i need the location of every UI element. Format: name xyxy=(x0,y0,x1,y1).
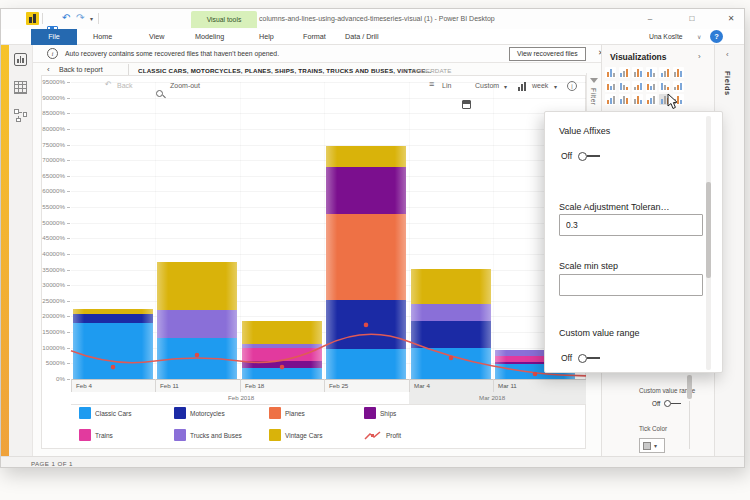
legend-label: Profit xyxy=(386,432,401,439)
legend-swatch xyxy=(174,407,186,419)
y-axis-tick-label: 60000% xyxy=(25,187,65,195)
y-axis-tick xyxy=(67,176,70,177)
y-axis-tick-label: 45000% xyxy=(25,234,65,242)
legend-label: Vintage Cars xyxy=(285,432,322,439)
y-axis-tick xyxy=(67,113,70,114)
legend-swatch xyxy=(269,429,281,441)
profit-marker[interactable] xyxy=(280,365,285,370)
y-axis-tick-label: 10000% xyxy=(25,344,65,352)
y-axis-tick xyxy=(67,160,70,161)
toggle-state-label: Off xyxy=(561,151,572,161)
y-axis-tick-label: 30000% xyxy=(25,281,65,289)
y-axis-tick-label: 5000% xyxy=(25,359,65,367)
axis-strip-border xyxy=(71,404,586,405)
y-axis-tick-label: 80000% xyxy=(25,125,65,133)
y-axis-tick-label: 15000% xyxy=(25,328,65,336)
y-axis-tick xyxy=(67,82,70,83)
status-bar: PAGE 1 OF 1 xyxy=(1,456,745,468)
legend-label: Planes xyxy=(285,410,305,417)
profit-marker[interactable] xyxy=(533,372,538,377)
y-axis-tick xyxy=(67,379,70,380)
profit-line-icon xyxy=(364,431,382,441)
y-axis-tick xyxy=(67,129,70,130)
flyout-scrollbar-thumb[interactable] xyxy=(706,182,711,278)
y-axis-tick-label: 85000% xyxy=(25,109,65,117)
profit-marker[interactable] xyxy=(195,353,200,358)
y-axis-tick-label: 70000% xyxy=(25,156,65,164)
x-axis-month-label: Feb 2018 xyxy=(228,394,288,402)
legend-swatch xyxy=(174,429,186,441)
legend-swatch xyxy=(364,407,376,419)
profit-marker[interactable] xyxy=(449,356,454,361)
page-indicator: PAGE 1 OF 1 xyxy=(31,460,73,467)
y-axis-tick xyxy=(67,254,70,255)
scale-adjustment-tolerance-label: Scale Adjustment Toleran… xyxy=(559,202,669,212)
y-axis-tick-label: 95000% xyxy=(25,78,65,86)
profit-line xyxy=(71,74,586,384)
value-affixes-toggle[interactable]: Off xyxy=(561,151,600,161)
toggle-state-label: Off xyxy=(561,353,572,363)
x-axis-month-label: Mar 2018 xyxy=(479,394,539,402)
format-options-flyout: Value Affixes Off Scale Adjustment Toler… xyxy=(544,111,723,373)
y-axis-tick-label: 75000% xyxy=(25,141,65,149)
y-axis-tick xyxy=(67,98,70,99)
custom-value-range-label: Custom value range xyxy=(559,328,640,338)
profit-marker[interactable] xyxy=(364,323,369,328)
y-axis-tick xyxy=(67,285,70,286)
scale-adjustment-tolerance-input[interactable] xyxy=(559,214,703,236)
y-axis-tick-label: 25000% xyxy=(25,297,65,305)
y-axis-tick xyxy=(67,363,70,364)
y-axis-tick xyxy=(67,238,70,239)
mouse-cursor xyxy=(666,93,680,111)
legend-label: Ships xyxy=(380,410,396,417)
legend-label: Motorcycles xyxy=(190,410,225,417)
app-window: ↶ ↷ ▾ Visual tools columns-and-lines-usi… xyxy=(0,8,745,468)
y-axis-tick-label: 65000% xyxy=(25,172,65,180)
y-axis-tick xyxy=(67,207,70,208)
y-axis-tick xyxy=(67,316,70,317)
y-axis-tick xyxy=(67,145,70,146)
y-axis-tick xyxy=(67,223,70,224)
legend-swatch xyxy=(79,407,91,419)
y-axis-tick-label: 90000% xyxy=(25,94,65,102)
y-axis-tick-label: 55000% xyxy=(25,203,65,211)
y-axis-tick xyxy=(67,270,70,271)
legend-swatch xyxy=(79,429,91,441)
scale-min-step-label: Scale min step xyxy=(559,261,618,271)
y-axis-tick-label: 35000% xyxy=(25,266,65,274)
profit-marker[interactable] xyxy=(111,365,116,370)
y-axis-tick xyxy=(67,332,70,333)
legend-label: Trains xyxy=(95,432,113,439)
y-axis-tick xyxy=(67,301,70,302)
y-axis-tick xyxy=(67,191,70,192)
y-axis-tick-label: 50000% xyxy=(25,219,65,227)
scale-min-step-input[interactable] xyxy=(559,274,703,296)
y-axis-tick xyxy=(67,348,70,349)
legend-swatch xyxy=(269,407,281,419)
y-axis-tick-label: 20000% xyxy=(25,312,65,320)
legend-label: Trucks and Buses xyxy=(190,432,242,439)
legend-label: Classic Cars xyxy=(95,410,131,417)
value-affixes-label: Value Affixes xyxy=(559,126,610,136)
custom-value-range-toggle[interactable]: Off xyxy=(561,353,600,363)
y-axis-tick-label: 0% xyxy=(25,375,65,383)
y-axis-tick-label: 40000% xyxy=(25,250,65,258)
